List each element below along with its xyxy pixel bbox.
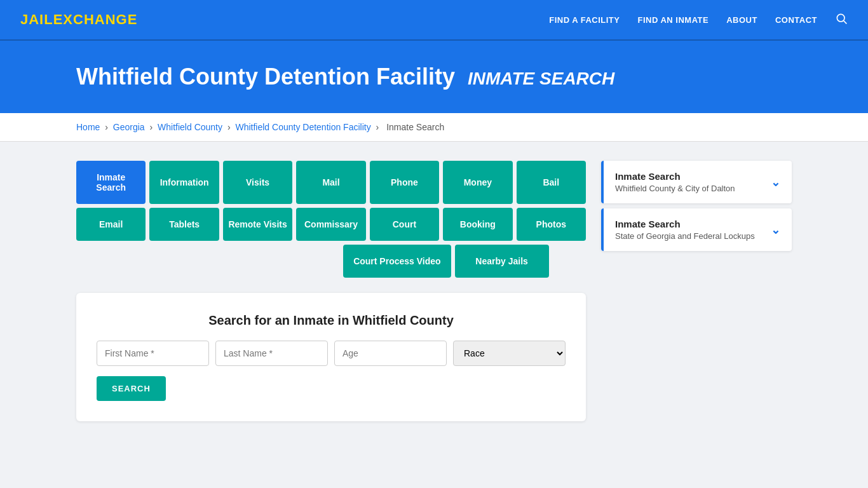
last-name-input[interactable]	[215, 341, 328, 366]
nav-contact[interactable]: CONTACT	[775, 15, 817, 25]
breadcrumb-sep-3: ›	[376, 122, 382, 132]
breadcrumb: Home › Georgia › Whitfield County › Whit…	[0, 113, 868, 142]
search-button[interactable]: SEARCH	[97, 376, 166, 401]
tab-nearby-jails[interactable]: Nearby Jails	[455, 245, 549, 278]
tab-money[interactable]: Money	[443, 161, 512, 204]
sidebar-card-whitfield-header[interactable]: Inmate Search Whitfield County & City of…	[601, 161, 792, 203]
svg-line-1	[844, 20, 847, 24]
right-sidebar: Inmate Search Whitfield County & City of…	[601, 161, 792, 421]
tab-inmate-search[interactable]: Inmate Search	[76, 161, 146, 204]
logo-exchange: EXCHANGE	[53, 11, 138, 27]
breadcrumb-sep-0: ›	[105, 122, 111, 132]
nav-links: FIND A FACILITY FIND AN INMATE ABOUT CON…	[549, 12, 848, 28]
chevron-down-icon-2: ⌄	[771, 223, 780, 237]
sidebar-card-whitfield: Inmate Search Whitfield County & City of…	[601, 161, 792, 203]
tab-court-process-video[interactable]: Court Process Video	[343, 245, 451, 278]
hero-section: Whitfield County Detention Facility INMA…	[0, 41, 868, 113]
sidebar-whitfield-subtitle: Whitfield County & City of Dalton	[615, 184, 735, 193]
tab-booking[interactable]: Booking	[443, 208, 512, 241]
nav-find-facility[interactable]: FIND A FACILITY	[549, 15, 620, 25]
nav-find-inmate[interactable]: FIND AN INMATE	[637, 15, 709, 25]
sidebar-georgia-subtitle: State of Georgia and Federal Lockups	[615, 231, 755, 241]
breadcrumb-home[interactable]: Home	[76, 122, 100, 132]
breadcrumb-sep-2: ›	[227, 122, 233, 132]
race-select[interactable]: Race White Black Hispanic Asian Other	[453, 341, 566, 366]
tab-row-3: Court Process Video Nearby Jails	[76, 245, 586, 278]
breadcrumb-facility[interactable]: Whitfield County Detention Facility	[235, 122, 370, 132]
tab-email[interactable]: Email	[76, 208, 146, 241]
search-form: Search for an Inmate in Whitfield County…	[76, 293, 586, 421]
chevron-down-icon: ⌄	[771, 175, 780, 189]
nav-about[interactable]: ABOUT	[726, 15, 757, 25]
svg-point-0	[837, 14, 844, 22]
search-fields: Race White Black Hispanic Asian Other	[97, 341, 566, 366]
tab-tablets[interactable]: Tablets	[149, 208, 219, 241]
tab-mail[interactable]: Mail	[296, 161, 365, 204]
tab-phone[interactable]: Phone	[370, 161, 439, 204]
hero-subtitle: INMATE SEARCH	[468, 69, 614, 88]
tab-remote-visits[interactable]: Remote Visits	[223, 208, 292, 241]
age-input[interactable]	[334, 341, 447, 366]
first-name-input[interactable]	[97, 341, 209, 366]
left-column: Inmate Search Information Visits Mail Ph…	[76, 161, 586, 421]
tab-row-1: Inmate Search Information Visits Mail Ph…	[76, 161, 586, 204]
breadcrumb-georgia[interactable]: Georgia	[113, 122, 145, 132]
breadcrumb-whitfield-county[interactable]: Whitfield County	[158, 122, 222, 132]
tab-bail[interactable]: Bail	[517, 161, 586, 204]
tab-court[interactable]: Court	[370, 208, 439, 241]
tab-commissary[interactable]: Commissary	[296, 208, 365, 241]
sidebar-whitfield-title: Inmate Search	[615, 171, 735, 182]
navbar: JAILEXCHANGE FIND A FACILITY FIND AN INM…	[0, 0, 868, 41]
search-title: Search for an Inmate in Whitfield County	[97, 313, 566, 328]
tab-photos[interactable]: Photos	[517, 208, 586, 241]
logo-jail: JAIL	[20, 11, 53, 27]
tab-visits[interactable]: Visits	[223, 161, 292, 204]
main-content: Inmate Search Information Visits Mail Ph…	[0, 142, 868, 440]
tab-row-2: Email Tablets Remote Visits Commissary C…	[76, 208, 586, 241]
sidebar-card-georgia: Inmate Search State of Georgia and Feder…	[601, 208, 792, 251]
breadcrumb-current: Inmate Search	[386, 122, 444, 132]
site-logo[interactable]: JAILEXCHANGE	[20, 11, 137, 28]
hero-title: Whitfield County Detention Facility	[76, 64, 455, 90]
breadcrumb-sep-1: ›	[150, 122, 156, 132]
sidebar-card-georgia-header[interactable]: Inmate Search State of Georgia and Feder…	[601, 208, 792, 251]
sidebar-georgia-title: Inmate Search	[615, 219, 755, 229]
tab-information[interactable]: Information	[149, 161, 219, 204]
search-icon[interactable]	[835, 12, 848, 28]
